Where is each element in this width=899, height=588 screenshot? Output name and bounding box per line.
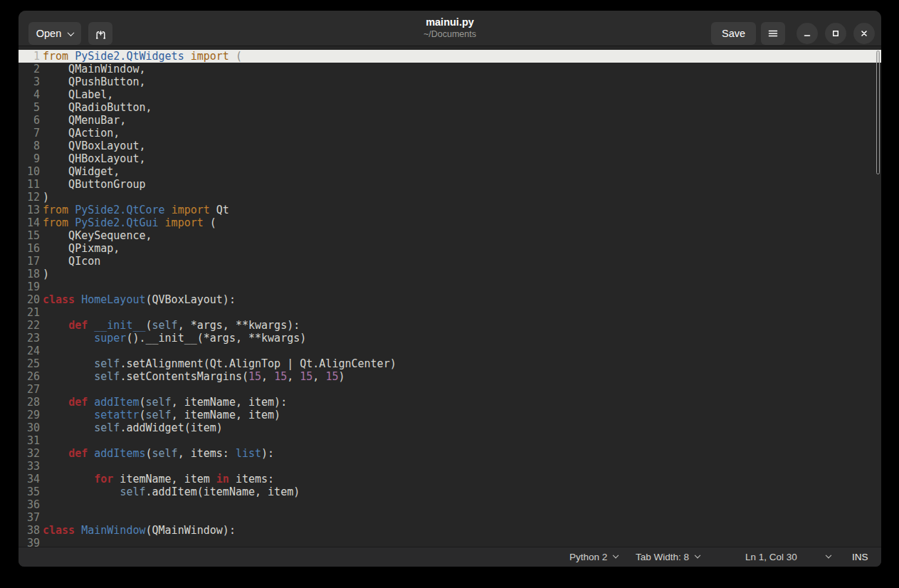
code-line[interactable]: 27 bbox=[19, 383, 881, 396]
line-number: 13 bbox=[19, 204, 40, 216]
code-line[interactable]: 36 bbox=[19, 498, 881, 511]
code-text: QHBoxLayout, bbox=[43, 152, 146, 165]
code-text: setattr(self, itemName, item) bbox=[43, 409, 280, 421]
text-editor-window: Open mainui.py ~/Documents Save bbox=[19, 11, 881, 567]
line-number: 8 bbox=[19, 140, 40, 152]
vertical-scrollbar-thumb[interactable] bbox=[876, 51, 880, 174]
line-number: 12 bbox=[19, 191, 40, 204]
line-number: 3 bbox=[19, 75, 40, 88]
code-line[interactable]: 32 def addItems(self, items: list): bbox=[19, 447, 881, 460]
code-line[interactable]: 13from PySide2.QtCore import Qt bbox=[19, 204, 881, 216]
open-button[interactable]: Open bbox=[28, 22, 81, 45]
save-button[interactable]: Save bbox=[711, 22, 756, 45]
close-icon bbox=[858, 28, 870, 39]
line-number: 14 bbox=[19, 216, 40, 229]
tab-width-selector[interactable]: Tab Width: 8 bbox=[636, 547, 700, 567]
code-text: def addItems(self, items: list): bbox=[43, 447, 274, 460]
save-button-label: Save bbox=[722, 28, 745, 39]
line-number: 1 bbox=[19, 50, 40, 63]
language-selector[interactable]: Python 2 bbox=[569, 547, 618, 567]
close-button[interactable] bbox=[853, 23, 875, 44]
code-line[interactable]: 16 QPixmap, bbox=[19, 242, 881, 255]
code-line[interactable]: 12) bbox=[19, 191, 881, 204]
line-number: 28 bbox=[19, 396, 40, 409]
code-line[interactable]: 25 self.setAlignment(Qt.AlignTop | Qt.Al… bbox=[19, 357, 881, 370]
cursor-position-selector[interactable]: Ln 1, Col 30 bbox=[745, 547, 831, 567]
code-line[interactable]: 17 QIcon bbox=[19, 255, 881, 268]
hamburger-menu-icon bbox=[767, 28, 779, 39]
code-line[interactable]: 23 super().__init__(*args, **kwargs) bbox=[19, 332, 881, 345]
code-text: QAction, bbox=[43, 127, 120, 140]
code-line[interactable]: 20class HomeLayout(QVBoxLayout): bbox=[19, 293, 881, 306]
maximize-button[interactable] bbox=[825, 23, 846, 44]
code-line[interactable]: 31 bbox=[19, 434, 881, 447]
code-line[interactable]: 39 bbox=[19, 537, 881, 547]
header-bar: Open mainui.py ~/Documents Save bbox=[19, 11, 881, 46]
code-line[interactable]: 26 self.setContentsMargins(15, 15, 15, 1… bbox=[19, 370, 881, 383]
code-text: QMenuBar, bbox=[43, 114, 126, 127]
line-number: 9 bbox=[19, 152, 40, 165]
tab-width-label: Tab Width: 8 bbox=[636, 552, 689, 562]
code-editor[interactable]: 1from PySide2.QtWidgets import (2 QMainW… bbox=[19, 47, 881, 547]
line-number: 32 bbox=[19, 447, 40, 460]
code-line[interactable]: 10 QWidget, bbox=[19, 165, 881, 178]
code-line[interactable]: 29 setattr(self, itemName, item) bbox=[19, 409, 881, 421]
code-line[interactable]: 21 bbox=[19, 306, 881, 319]
code-text: QMainWindow, bbox=[43, 63, 146, 75]
code-line[interactable]: 28 def addItem(self, itemName, item): bbox=[19, 396, 881, 409]
code-text: from PySide2.QtWidgets import ( bbox=[43, 50, 242, 63]
code-text: QWidget, bbox=[43, 165, 120, 178]
code-line[interactable]: 5 QRadioButton, bbox=[19, 101, 881, 114]
line-number: 25 bbox=[19, 357, 40, 370]
code-line[interactable]: 4 QLabel, bbox=[19, 88, 881, 101]
line-number: 24 bbox=[19, 345, 40, 357]
code-line[interactable]: 6 QMenuBar, bbox=[19, 114, 881, 127]
code-line[interactable]: 38class MainWindow(QMainWindow): bbox=[19, 524, 881, 537]
line-number: 15 bbox=[19, 229, 40, 242]
chevron-down-icon bbox=[695, 552, 700, 557]
line-number: 37 bbox=[19, 511, 40, 524]
code-text: ) bbox=[43, 268, 49, 280]
code-line[interactable]: 11 QButtonGroup bbox=[19, 178, 881, 191]
code-line[interactable]: 33 bbox=[19, 460, 881, 473]
main-menu-button[interactable] bbox=[761, 22, 785, 45]
minimize-button[interactable] bbox=[797, 23, 818, 44]
code-text: QIcon bbox=[43, 255, 100, 268]
chevron-down-icon bbox=[68, 29, 75, 36]
code-text: self.setContentsMargins(15, 15, 15, 15) bbox=[43, 370, 345, 383]
code-text: self.setAlignment(Qt.AlignTop | Qt.Align… bbox=[43, 357, 396, 370]
code-line[interactable]: 19 bbox=[19, 280, 881, 293]
code-line[interactable]: 22 def __init__(self, *args, **kwargs): bbox=[19, 319, 881, 332]
line-number: 36 bbox=[19, 498, 40, 511]
line-number: 6 bbox=[19, 114, 40, 127]
code-text: QPixmap, bbox=[43, 242, 120, 255]
line-number: 38 bbox=[19, 524, 40, 537]
code-line[interactable]: 7 QAction, bbox=[19, 127, 881, 140]
code-line[interactable]: 35 self.addItem(itemName, item) bbox=[19, 485, 881, 498]
code-line[interactable]: 24 bbox=[19, 345, 881, 357]
code-text: def addItem(self, itemName, item): bbox=[43, 396, 287, 409]
line-number: 23 bbox=[19, 332, 40, 345]
insert-mode-label: INS bbox=[852, 552, 868, 562]
code-text: QKeySequence, bbox=[43, 229, 152, 242]
code-line[interactable]: 30 self.addWidget(item) bbox=[19, 421, 881, 434]
code-line[interactable]: 2 QMainWindow, bbox=[19, 63, 881, 75]
code-line[interactable]: 18) bbox=[19, 268, 881, 280]
code-line[interactable]: 14from PySide2.QtGui import ( bbox=[19, 216, 881, 229]
code-text: class MainWindow(QMainWindow): bbox=[43, 524, 236, 537]
line-number: 4 bbox=[19, 88, 40, 101]
code-line[interactable]: 9 QHBoxLayout, bbox=[19, 152, 881, 165]
open-button-label: Open bbox=[36, 28, 61, 39]
code-text: class HomeLayout(QVBoxLayout): bbox=[43, 293, 236, 306]
code-line[interactable]: 3 QPushButton, bbox=[19, 75, 881, 88]
code-line[interactable]: 1from PySide2.QtWidgets import ( bbox=[19, 50, 881, 63]
code-line[interactable]: 8 QVBoxLayout, bbox=[19, 140, 881, 152]
new-tab-button[interactable] bbox=[88, 22, 112, 45]
line-number: 30 bbox=[19, 421, 40, 434]
code-line[interactable]: 34 for itemName, item in items: bbox=[19, 473, 881, 485]
language-label: Python 2 bbox=[569, 552, 607, 562]
code-line[interactable]: 15 QKeySequence, bbox=[19, 229, 881, 242]
code-line[interactable]: 37 bbox=[19, 511, 881, 524]
code-text: self.addWidget(item) bbox=[43, 421, 223, 434]
line-number: 5 bbox=[19, 101, 40, 114]
